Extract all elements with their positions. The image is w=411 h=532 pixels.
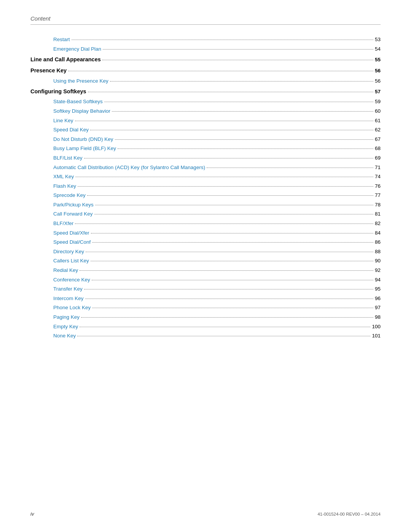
toc-label: Line and Call Appearances [30,55,101,64]
toc-page: 100 [372,323,381,331]
toc-dots [75,121,373,121]
toc-label: Park/Pickup Keys [53,201,94,209]
toc-dots [94,214,373,214]
toc-entry: Redial Key92 [30,266,381,275]
toc-page: 81 [375,210,381,218]
toc-dots [81,317,373,318]
toc-label: Directory Key [53,248,84,256]
toc-entry: State-Based Softkeys59 [30,97,381,106]
footer-info: 41-001524-00 REV00 – 04.2014 [317,512,381,516]
footer-page-number: iv [30,511,34,517]
toc-label: Redial Key [53,266,78,275]
toc-page: 53 [375,35,381,44]
toc-label: Busy Lamp Field (BLF) Key [53,144,116,153]
toc-page: 98 [375,313,381,321]
toc-label: None Key [53,332,76,340]
toc-label: State-Based Softkeys [53,97,103,106]
toc-entry: None Key101 [30,332,381,340]
toc-dots [104,102,373,102]
toc-entry: Intercom Key96 [30,294,381,303]
toc-label: Call Forward Key [53,210,93,218]
toc-dots [102,60,373,60]
toc-dots [80,270,373,271]
toc-entry: Speed Dial Key62 [30,126,381,134]
toc-label: Transfer Key [53,285,83,293]
toc-page: 61 [375,117,381,125]
toc-dots [95,205,373,205]
toc-label: Using the Presence Key [53,77,108,85]
toc-page: 67 [375,135,381,144]
toc-page: 76 [375,182,381,190]
toc-label: Phone Lock Key [53,304,91,312]
toc-dots [87,195,373,196]
toc-page: 60 [375,107,381,115]
toc-label: Restart [53,35,70,44]
toc-page: 95 [375,285,381,293]
toc-entry: Speed Dial/Conf86 [30,238,381,246]
toc-label: Line Key [53,117,73,125]
toc-page: 69 [375,154,381,162]
toc-dots [118,149,373,149]
toc-label: Presence Key [30,66,67,75]
toc-page: 54 [375,45,381,53]
toc-dots [84,289,373,289]
toc-page: 96 [375,294,381,303]
toc-label: XML Key [53,173,74,181]
toc-page: 84 [375,229,381,237]
toc-page: 74 [375,173,381,181]
toc-page: 56 [375,67,381,75]
toc-entry: XML Key74 [30,173,381,181]
toc-page: 62 [375,126,381,134]
toc-label: Paging Key [53,313,80,321]
toc-entry: BLF/List Key69 [30,154,381,162]
toc-entry: BLF/Xfer82 [30,219,381,228]
toc-page: 78 [375,201,381,209]
toc-entry: Flash Key76 [30,182,381,190]
toc-entry: Restart53 [30,35,381,44]
toc-dots [68,71,373,71]
toc-dots [92,280,373,280]
toc-entry: Park/Pickup Keys78 [30,201,381,209]
toc-page: 68 [375,144,381,153]
toc-label: Speed Dial/Conf [53,238,91,246]
toc-entry: Configuring Softkeys57 [30,87,381,96]
toc-label: BLF/Xfer [53,219,73,228]
toc-label: Speed Dial Key [53,126,89,134]
toc-page: 94 [375,276,381,284]
toc-dots [75,224,373,224]
toc-page: 90 [375,257,381,265]
toc-label: Do Not Disturb (DND) Key [53,135,113,144]
toc-label: Configuring Softkeys [30,87,86,96]
toc-dots [115,139,373,140]
toc-entry: Empty Key100 [30,323,381,331]
toc-dots [92,242,373,243]
toc-page: 56 [375,77,381,85]
toc-dots [92,308,373,308]
toc-dots [85,299,373,299]
toc-dots [78,186,373,187]
toc-dots [91,233,373,233]
header-title: Content [30,15,51,22]
toc-page: 71 [375,163,381,172]
toc-entry: Busy Lamp Field (BLF) Key68 [30,144,381,153]
toc-entry: Phone Lock Key97 [30,304,381,312]
toc-entry: Speed Dial/Xfer84 [30,229,381,237]
toc-entry: Emergency Dial Plan54 [30,45,381,53]
toc-dots [88,92,373,92]
toc-entry: Line and Call Appearances55 [30,55,381,64]
toc-container: Restart53Emergency Dial Plan54Line and C… [30,35,381,340]
toc-page: 55 [375,56,381,64]
toc-label: Intercom Key [53,294,84,303]
toc-label: Conference Key [53,276,90,284]
toc-label: Sprecode Key [53,191,86,200]
toc-dots [90,130,373,130]
toc-label: Automatic Call Distribution (ACD) Key (f… [53,163,205,172]
toc-label: Empty Key [53,323,78,331]
toc-page: 97 [375,304,381,312]
toc-entry: Presence Key56 [30,66,381,75]
toc-dots [112,111,373,112]
toc-dots [72,40,373,40]
toc-label: BLF/List Key [53,154,83,162]
page-footer: iv 41-001524-00 REV00 – 04.2014 [30,511,381,517]
toc-entry: Softkey Display Behavior60 [30,107,381,115]
